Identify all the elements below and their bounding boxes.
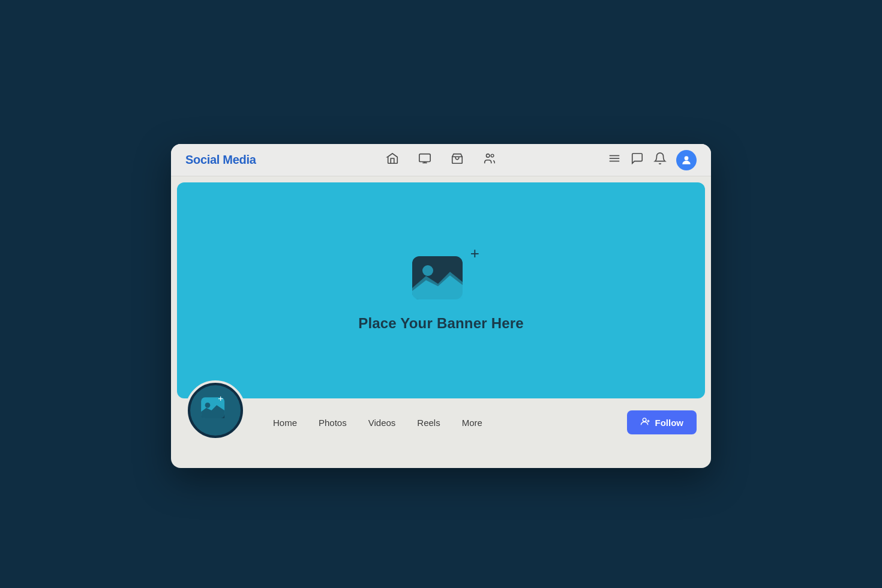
tab-videos[interactable]: Videos [359,413,406,433]
people-icon[interactable] [483,152,496,168]
profile-avatar[interactable]: + [185,380,245,440]
svg-rect-0 [419,154,430,162]
store-icon[interactable] [451,152,464,168]
banner-plus-icon: + [470,244,479,263]
tab-reels[interactable]: Reels [407,413,449,433]
avatar-icon[interactable] [676,150,697,170]
tab-home[interactable]: Home [263,413,307,433]
profile-section: + Home Photos Videos Reels More [171,398,711,446]
home-icon[interactable] [386,152,399,168]
svg-text:+: + [218,395,223,403]
app-card: Social Media [171,144,711,468]
bell-icon[interactable] [653,152,667,168]
tv-icon[interactable] [418,152,431,168]
svg-point-6 [685,156,689,160]
tab-photos[interactable]: Photos [309,413,356,433]
banner-placeholder-text: Place Your Banner Here [358,315,524,332]
banner-image-icon [411,249,471,303]
svg-point-12 [643,418,646,422]
tab-more[interactable]: More [452,413,492,433]
follow-button-label: Follow [655,418,684,428]
svg-point-1 [487,154,490,158]
profile-avatar-inner: + [190,385,241,436]
nav-right-icons [608,150,697,170]
svg-point-8 [422,265,433,276]
banner-icon-container: + [411,249,471,305]
menu-icon[interactable] [608,152,621,168]
app-logo: Social Media [185,153,256,167]
banner-area[interactable]: + Place Your Banner Here [177,182,705,398]
profile-avatar-image-icon: + [200,395,231,426]
follow-button[interactable]: Follow [627,410,697,434]
follow-person-icon [640,416,650,428]
profile-tab-nav: Home Photos Videos Reels More [263,398,492,446]
nav-center-icons [386,152,496,168]
nav-bar: Social Media [171,144,711,176]
svg-point-2 [491,154,494,157]
chat-icon[interactable] [631,152,644,168]
page-wrapper: Social Media [171,120,711,468]
svg-point-11 [205,403,211,408]
